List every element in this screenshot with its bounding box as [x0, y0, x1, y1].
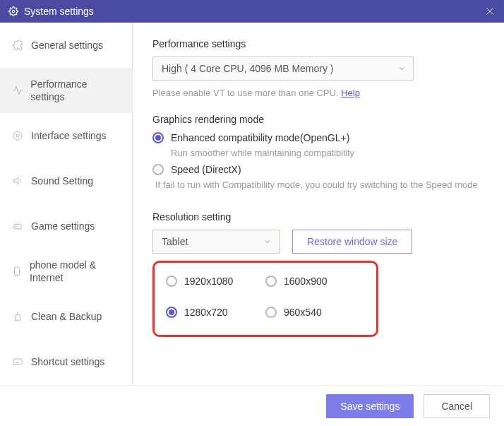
- resolution-mode-select[interactable]: Tablet: [152, 230, 280, 254]
- save-button[interactable]: Save settings: [326, 394, 414, 418]
- sidebar-item-label: Performance settings: [30, 78, 121, 103]
- radio-icon[interactable]: [152, 164, 164, 175]
- sidebar-item-label: Game settings: [31, 220, 95, 232]
- sidebar-item-performance[interactable]: Performance settings: [0, 68, 132, 113]
- svg-point-0: [12, 10, 15, 13]
- gear-icon: [8, 6, 18, 16]
- radio-res-1280x720[interactable]: 1280x720: [166, 307, 265, 318]
- sidebar-item-label: Clean & Backup: [31, 310, 102, 323]
- resolution-options-highlight: 1920x1080 1600x900 1280x720 960x540: [152, 261, 378, 337]
- sidebar-item-game[interactable]: Game settings: [0, 203, 132, 249]
- performance-icon: [11, 84, 23, 97]
- graphics-heading: Graphics rendering mode: [152, 114, 484, 125]
- titlebar: System settings: [0, 0, 504, 23]
- sidebar-item-label: Sound Setting: [31, 174, 93, 187]
- sidebar-item-sound[interactable]: Sound Setting: [0, 158, 132, 203]
- radio-icon[interactable]: [166, 307, 177, 318]
- sidebar-item-interface[interactable]: Interface settings: [0, 113, 132, 158]
- sidebar-item-label: Shortcut settings: [31, 355, 104, 368]
- close-icon[interactable]: [484, 6, 496, 17]
- sidebar-item-shortcut[interactable]: Shortcut settings: [0, 339, 132, 384]
- game-icon: [11, 220, 24, 232]
- sidebar-item-general[interactable]: General settings: [0, 23, 132, 68]
- radio-label: 1600x900: [284, 276, 328, 287]
- radio-icon[interactable]: [265, 307, 277, 318]
- cancel-button[interactable]: Cancel: [424, 394, 490, 418]
- opengl-hint: Run smoother while maintaining compatibi…: [171, 148, 484, 158]
- footer: Save settings Cancel: [0, 385, 504, 426]
- radio-res-1600x900[interactable]: 1600x900: [265, 276, 365, 287]
- radio-icon[interactable]: [166, 276, 177, 287]
- radio-icon[interactable]: [152, 132, 164, 143]
- svg-point-4: [16, 134, 19, 137]
- sidebar-item-label: Interface settings: [31, 129, 107, 142]
- resolution-heading: Resolution setting: [152, 211, 484, 223]
- svg-rect-5: [13, 224, 22, 229]
- sidebar-item-label: General settings: [31, 39, 103, 52]
- performance-select[interactable]: High ( 4 Core CPU, 4096 MB Memory ): [152, 57, 414, 81]
- radio-label: Enhanced compatibility mode(OpenGL+): [171, 132, 349, 143]
- directx-hint: If fail to run with Compatibility mode, …: [155, 179, 484, 190]
- restore-window-button[interactable]: Restore window size: [292, 230, 412, 254]
- sidebar-item-clean[interactable]: Clean & Backup: [0, 294, 132, 339]
- sound-icon: [11, 174, 24, 187]
- radio-label: Speed (DirectX): [171, 164, 241, 175]
- performance-heading: Performance settings: [152, 38, 484, 49]
- sidebar-item-label: phone model & Internet: [30, 259, 121, 284]
- window-title: System settings: [24, 6, 484, 17]
- svg-rect-10: [13, 359, 22, 365]
- radio-directx[interactable]: Speed (DirectX): [152, 164, 484, 175]
- resolution-mode-value: Tablet: [162, 236, 188, 247]
- chevron-down-icon: [397, 64, 406, 73]
- radio-icon[interactable]: [265, 276, 277, 287]
- keyboard-icon: [11, 355, 24, 368]
- sidebar-item-phone[interactable]: phone model & Internet: [0, 249, 132, 294]
- clean-icon: [11, 310, 24, 323]
- radio-opengl[interactable]: Enhanced compatibility mode(OpenGL+): [152, 132, 484, 143]
- sidebar: General settings Performance settings In…: [0, 23, 133, 385]
- chevron-down-icon: [263, 237, 272, 246]
- radio-label: 960x540: [284, 307, 322, 318]
- main-panel: Performance settings High ( 4 Core CPU, …: [133, 23, 504, 385]
- radio-label: 1280x720: [184, 307, 228, 318]
- interface-icon: [11, 129, 24, 142]
- radio-label: 1920x1080: [184, 276, 233, 287]
- svg-point-3: [13, 131, 22, 140]
- performance-select-value: High ( 4 Core CPU, 4096 MB Memory ): [162, 63, 334, 74]
- puzzle-icon: [11, 39, 24, 52]
- help-link[interactable]: Help: [341, 88, 360, 98]
- phone-icon: [11, 265, 23, 278]
- radio-res-960x540[interactable]: 960x540: [265, 307, 365, 318]
- vt-hint: Please enable VT to use more than one CP…: [152, 88, 484, 98]
- radio-res-1920x1080[interactable]: 1920x1080: [166, 276, 265, 287]
